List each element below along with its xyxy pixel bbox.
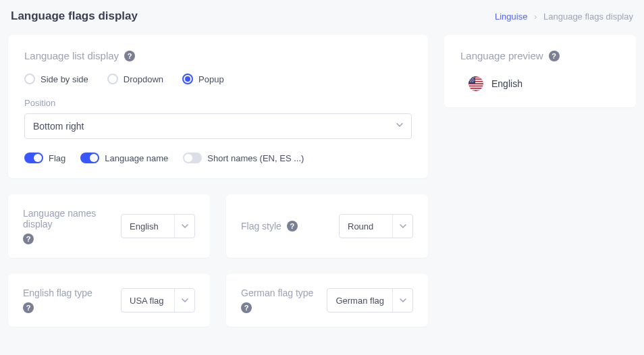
language-names-display-card: Language names display ? English bbox=[8, 194, 210, 258]
help-icon[interactable]: ? bbox=[241, 302, 252, 313]
svg-point-17 bbox=[471, 81, 471, 82]
flag-style-card: Flag style ? Round bbox=[226, 194, 428, 258]
svg-point-18 bbox=[473, 81, 473, 82]
radio-side-by-side[interactable]: Side by side bbox=[24, 74, 88, 84]
toggle-language-name[interactable] bbox=[80, 153, 99, 163]
german-flag-type-card: German flag type ? German flag bbox=[226, 274, 428, 327]
help-icon[interactable]: ? bbox=[23, 302, 34, 313]
svg-point-10 bbox=[471, 77, 472, 78]
svg-point-14 bbox=[469, 80, 470, 80]
flag-style-select[interactable]: Round bbox=[339, 214, 413, 238]
toggle-row: Flag Language name Short names (EN, ES .… bbox=[24, 153, 412, 163]
svg-point-9 bbox=[469, 77, 470, 78]
help-icon[interactable]: ? bbox=[23, 234, 34, 244]
preview-language-label: English bbox=[491, 78, 522, 89]
help-icon[interactable]: ? bbox=[287, 221, 298, 231]
position-select[interactable]: Bottom right bbox=[24, 113, 412, 139]
svg-point-11 bbox=[473, 77, 474, 78]
svg-rect-6 bbox=[468, 86, 483, 88]
svg-rect-7 bbox=[468, 89, 483, 90]
english-flag-type-card: English flag type ? USA flag bbox=[8, 274, 210, 327]
language-names-display-select[interactable]: English bbox=[121, 214, 195, 238]
english-flag-type-label: English flag type bbox=[23, 288, 92, 298]
language-names-display-label: Language names display bbox=[23, 208, 110, 229]
toggle-flag[interactable] bbox=[24, 153, 43, 163]
chevron-down-icon bbox=[396, 123, 403, 130]
chevron-down-icon bbox=[392, 215, 412, 238]
flag-usa-icon bbox=[468, 76, 483, 91]
radio-popup[interactable]: Popup bbox=[182, 74, 224, 84]
breadcrumb: Linguise › Language flags display bbox=[495, 11, 633, 22]
toggle-short-names-label: Short names (EN, ES ...) bbox=[207, 153, 304, 163]
page-title: Language flags display bbox=[11, 9, 138, 23]
toggle-short-names[interactable] bbox=[183, 153, 202, 163]
position-label: Position bbox=[24, 98, 412, 108]
toggle-language-name-label: Language name bbox=[105, 153, 168, 163]
chevron-down-icon bbox=[392, 289, 412, 312]
german-flag-type-label: German flag type bbox=[241, 288, 313, 298]
breadcrumb-separator: › bbox=[534, 11, 537, 22]
toggle-flag-label: Flag bbox=[49, 153, 65, 163]
language-list-display-card: Language list display ? Side by side Dro… bbox=[8, 35, 428, 178]
english-flag-type-select[interactable]: USA flag bbox=[121, 288, 195, 312]
radio-circle-icon bbox=[24, 74, 35, 84]
svg-point-15 bbox=[471, 80, 472, 80]
svg-point-16 bbox=[473, 80, 474, 80]
breadcrumb-root-link[interactable]: Linguise bbox=[495, 11, 527, 22]
language-preview-heading: Language preview ? bbox=[460, 50, 620, 61]
svg-rect-5 bbox=[468, 84, 483, 86]
language-list-display-heading: Language list display ? bbox=[24, 50, 412, 61]
chevron-down-icon bbox=[174, 215, 194, 238]
help-icon[interactable]: ? bbox=[124, 51, 135, 61]
german-flag-type-select[interactable]: German flag bbox=[327, 288, 413, 312]
chevron-down-icon bbox=[174, 289, 194, 312]
radio-circle-icon bbox=[107, 74, 118, 84]
flag-style-label: Flag style bbox=[241, 221, 281, 231]
radio-circle-icon bbox=[182, 74, 193, 84]
display-mode-radio-group: Side by side Dropdown Popup bbox=[24, 74, 412, 84]
help-icon[interactable]: ? bbox=[549, 51, 560, 61]
svg-point-12 bbox=[471, 78, 471, 79]
breadcrumb-current: Language flags display bbox=[543, 11, 633, 22]
svg-point-13 bbox=[473, 78, 473, 79]
radio-dropdown[interactable]: Dropdown bbox=[107, 74, 163, 84]
language-preview-card: Language preview ? bbox=[444, 35, 636, 107]
